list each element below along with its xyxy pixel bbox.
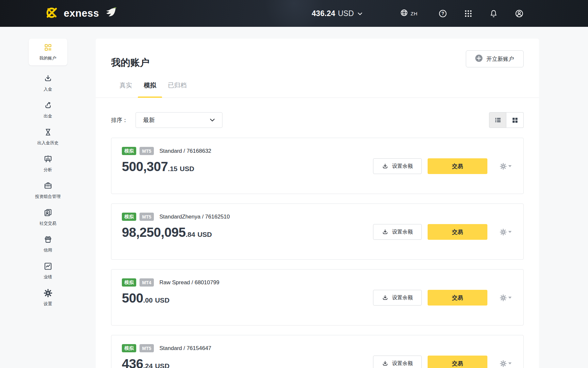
language-switcher[interactable]: ZH: [400, 9, 417, 18]
sidebar-item-my-accounts[interactable]: 我的账户: [29, 39, 67, 65]
set-balance-button[interactable]: 设置余额: [373, 290, 422, 306]
set-balance-label: 设置余额: [392, 229, 413, 236]
demo-badge: 模拟: [122, 344, 136, 352]
account-card: 模拟 MT5 Standard / 76168632 500,307.15USD…: [111, 138, 524, 194]
download-icon: [382, 360, 388, 367]
balance-currency: USD: [155, 362, 169, 368]
account-options-button[interactable]: [500, 360, 512, 367]
sidebar-item-label: 出金: [44, 113, 52, 119]
open-new-account-label: 开立新账户: [486, 55, 514, 63]
balance-decimal: .24: [143, 362, 153, 368]
account-card: 模拟 MT5 Standard / 76154647 436.24USD 设置余…: [111, 335, 524, 368]
sidebar-item-settings[interactable]: 设置: [27, 284, 69, 311]
account-balance-selector[interactable]: 436.24 USD: [312, 9, 362, 18]
sidebar-nav: 入金 出金 出入金历史: [27, 70, 69, 311]
credit-icon: [44, 235, 52, 245]
social-trading-icon: [44, 208, 52, 218]
account-name: Standard / 76168632: [159, 148, 211, 154]
history-icon: [44, 128, 52, 138]
gear-icon: [500, 229, 507, 236]
sidebar: 我的账户 入金 出金: [0, 27, 96, 368]
sidebar-item-withdraw[interactable]: 出金: [27, 96, 69, 123]
sidebar-item-analytics[interactable]: 分析: [27, 150, 69, 177]
caret-down-icon: [508, 231, 512, 233]
analytics-icon: [44, 155, 52, 165]
balance-main: 500,307: [122, 159, 168, 174]
gear-icon: [500, 163, 507, 170]
notifications-button[interactable]: [481, 9, 506, 18]
tab-archived[interactable]: 已归档: [162, 77, 192, 97]
sidebar-item-portfolio[interactable]: 投资组合管理: [27, 177, 69, 204]
header-balance: 436.24: [312, 9, 335, 18]
download-icon: [382, 229, 388, 235]
account-card: 模拟 MT4 Raw Spread / 68010799 500.00USD 设…: [111, 269, 524, 325]
balance-decimal: .00: [143, 296, 153, 304]
sidebar-item-label: 业绩: [44, 274, 52, 280]
list-view-button[interactable]: [489, 112, 506, 128]
logo-text: exness: [64, 8, 99, 19]
page-title: 我的账户: [111, 56, 524, 69]
trade-button[interactable]: 交易: [428, 224, 487, 240]
download-icon: [382, 294, 388, 301]
trade-button[interactable]: 交易: [428, 158, 487, 174]
sidebar-item-label: 出入金历史: [37, 140, 58, 146]
sidebar-item-label: 我的账户: [40, 55, 57, 61]
set-balance-button[interactable]: 设置余额: [373, 158, 422, 174]
account-name: Raw Spread / 68010799: [159, 279, 219, 286]
accounts-icon: [44, 43, 52, 53]
sidebar-item-deposit[interactable]: 入金: [27, 70, 69, 96]
demo-badge: 模拟: [122, 213, 136, 221]
sort-value: 最新: [143, 116, 155, 124]
account-options-button[interactable]: [500, 229, 512, 236]
sort-dropdown[interactable]: 最新: [136, 112, 222, 128]
header-controls: 436.24 USD ZH ?: [312, 9, 588, 18]
sidebar-item-label: 信用: [44, 247, 52, 253]
platform-badge: MT5: [139, 344, 154, 352]
sidebar-item-label: 投资组合管理: [35, 194, 61, 200]
set-balance-label: 设置余额: [392, 163, 413, 170]
sidebar-item-label: 设置: [44, 301, 52, 307]
sidebar-item-credit[interactable]: 信用: [27, 231, 69, 257]
tab-real[interactable]: 真实: [114, 77, 138, 97]
svg-text:?: ?: [441, 11, 444, 16]
deposit-icon: [44, 74, 52, 84]
account-options-button[interactable]: [500, 163, 512, 170]
balance-main: 436: [122, 357, 143, 368]
open-new-account-button[interactable]: 开立新账户: [466, 50, 524, 67]
portfolio-icon: [44, 182, 52, 191]
grid-view-button[interactable]: [506, 112, 524, 128]
sidebar-item-performance[interactable]: 业绩: [27, 257, 69, 284]
sidebar-item-history[interactable]: 出入金历史: [27, 123, 69, 150]
caret-down-icon: [508, 362, 512, 364]
user-button[interactable]: [506, 9, 532, 18]
account-options-button[interactable]: [500, 294, 512, 301]
globe-icon: [400, 9, 408, 18]
settings-icon: [44, 289, 52, 299]
balance-currency: USD: [155, 296, 169, 304]
set-balance-button[interactable]: 设置余额: [373, 356, 422, 368]
dove-icon: [103, 7, 117, 20]
account-card: 模拟 MT5 StandardZhenya / 76162510 98,250,…: [111, 203, 524, 260]
sidebar-item-label: 入金: [44, 86, 52, 92]
withdraw-icon: [44, 101, 52, 111]
tab-demo[interactable]: 模拟: [138, 77, 162, 97]
download-icon: [382, 163, 388, 169]
chevron-down-icon: [210, 118, 215, 122]
sidebar-item-social-trading[interactable]: 社交交易: [27, 204, 69, 231]
sort-label: 排序：: [111, 116, 128, 124]
sidebar-item-label: 分析: [44, 167, 52, 173]
demo-badge: 模拟: [122, 147, 136, 155]
help-button[interactable]: ?: [430, 9, 455, 18]
balance-main: 98,250,095: [122, 225, 186, 240]
balance-main: 500: [122, 291, 143, 306]
account-name: StandardZhenya / 76162510: [159, 214, 230, 220]
caret-down-icon: [508, 297, 512, 299]
trade-button[interactable]: 交易: [428, 290, 487, 306]
exness-logo[interactable]: exness: [43, 7, 117, 20]
header-currency: USD: [338, 9, 354, 18]
chevron-down-icon: [358, 11, 362, 17]
set-balance-button[interactable]: 设置余额: [373, 224, 422, 240]
apps-grid-button[interactable]: [455, 9, 481, 18]
demo-badge: 模拟: [122, 278, 136, 287]
trade-button[interactable]: 交易: [428, 356, 487, 368]
